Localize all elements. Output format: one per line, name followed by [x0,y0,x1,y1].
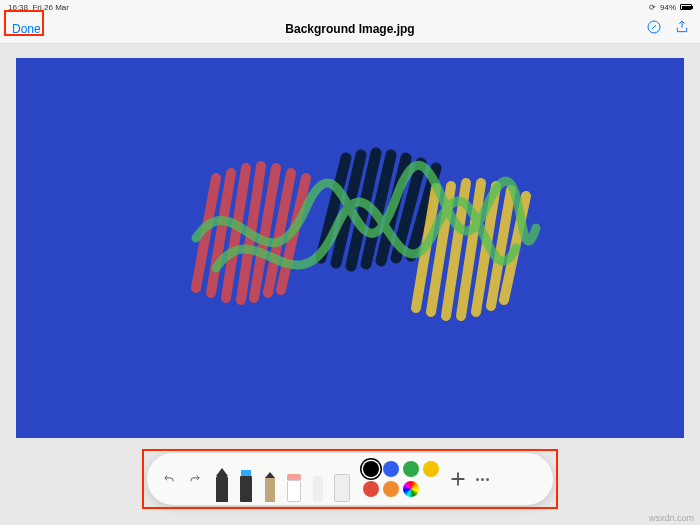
pen-tool[interactable] [213,462,231,502]
lasso-tool[interactable] [309,462,327,502]
pencil-tool[interactable] [261,462,279,502]
color-palette [363,461,439,497]
undo-icon [162,472,176,486]
markup-button[interactable] [646,19,662,39]
watermark: wsxdn.com [649,513,694,523]
ruler-tool[interactable] [333,462,351,502]
color-picker[interactable] [403,481,419,497]
color-yellow[interactable] [423,461,439,477]
eraser-tool[interactable] [285,462,303,502]
add-button[interactable] [447,468,469,490]
drawing-canvas[interactable] [16,58,684,438]
plus-icon [447,468,469,490]
file-title: Background Image.jpg [285,22,414,36]
color-black[interactable] [363,461,379,477]
color-red[interactable] [363,481,379,497]
tools-row [213,456,351,502]
undo-button[interactable] [157,467,181,491]
more-button[interactable] [471,468,493,490]
drawing-strokes [16,58,684,438]
color-green[interactable] [403,461,419,477]
orientation-lock-icon: ⟳ [649,3,656,12]
color-blue[interactable] [383,461,399,477]
ellipsis-icon [476,478,489,481]
share-button[interactable] [674,19,690,39]
annotation-highlight-done [4,10,44,36]
pen-circle-icon [646,19,662,35]
share-icon [674,19,690,35]
marker-tool[interactable] [237,462,255,502]
battery-icon [680,4,692,10]
redo-icon [188,472,202,486]
status-bar: 16:38 Fri 26 Mar ⟳ 94% [0,0,700,14]
redo-button[interactable] [183,467,207,491]
nav-bar: Done Background Image.jpg [0,14,700,44]
color-orange[interactable] [383,481,399,497]
markup-toolbar [147,453,553,505]
battery-pct: 94% [660,3,676,12]
